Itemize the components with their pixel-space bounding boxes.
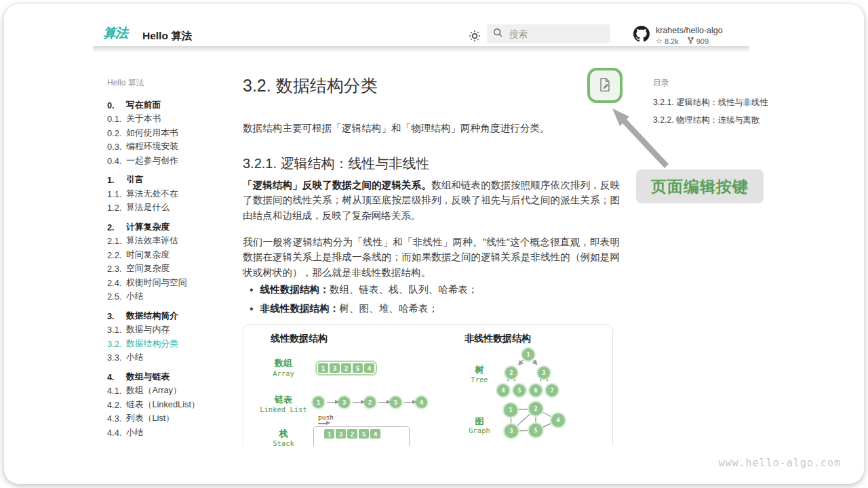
array-cell: 3 [330,363,340,373]
sidebar-item[interactable]: 1.2.算法是什么 [107,201,236,216]
tree-node: 4 [496,384,510,397]
fork-icon [687,37,694,45]
tree-node: 1 [521,348,535,361]
theme-toggle-icon[interactable] [468,29,481,43]
intro-paragraph: 数据结构主要可根据「逻辑结构」和「物理结构」两种角度进行分类。 [243,121,620,136]
sidebar-item[interactable]: 0.2.如何使用本书 [107,126,236,140]
sidebar-item[interactable]: 2.2.时间复杂度 [107,248,236,262]
search-box[interactable] [487,24,610,43]
bullet-linear: •线性数据结构：数组、链表、栈、队列、哈希表； [250,283,478,296]
search-icon [492,27,503,41]
svg-text:4: 4 [556,417,559,424]
sidebar-item[interactable]: 1.1.算法无处不在 [107,187,236,201]
edit-page-button[interactable] [587,68,623,103]
bullet-bold: 非线性数据结构： [260,302,340,315]
graph-node: 1 [503,403,518,418]
push-label: push [318,413,334,421]
sidebar-nav: 0.写在前面0.1.关于本书0.2.如何使用本书0.3.编程环境安装0.4.一起… [107,98,236,440]
search-input[interactable] [508,28,599,40]
stack-label-zh: 栈 [248,428,319,440]
sidebar-item[interactable]: 4.数组与链表 [107,370,236,384]
sidebar-item[interactable]: 0.1.关于本书 [107,113,236,127]
bullet-nonlinear: •非线性数据结构：树、图、堆、哈希表； [250,302,438,315]
site-viewport: 算法 Hello 算法 [4,4,864,446]
tree-node: 2 [505,366,518,380]
sidebar-item[interactable]: 2.计算复杂度 [107,220,236,235]
tree-node: 6 [529,384,542,397]
sidebar-item[interactable]: 0.写在前面 [107,98,236,113]
svg-text:3: 3 [542,369,545,376]
stack-cell: 4 [370,429,380,439]
logical-structure-paragraph: 「逻辑结构」反映了数据之间的逻辑关系。数组和链表的数据按照顺序依次排列，反映了数… [243,178,620,223]
sidebar-item[interactable]: 2.5.小结 [107,290,236,304]
site-title: Hello 算法 [142,29,192,43]
edit-page-icon [596,76,614,96]
tree-node: 7 [545,384,559,397]
linked-list-node: 4 [414,395,429,409]
hello-algo-logo[interactable]: 算法 [103,24,127,42]
linked-list-arrow [404,402,413,403]
sidebar-item[interactable]: 3.3.小结 [107,351,236,365]
graph-node: 4 [551,413,566,428]
fork-count: 909 [696,37,709,45]
watermark: www.hello-algo.com [718,457,841,469]
sidebar-item[interactable]: 3.2.数据结构分类 [107,337,236,351]
tree-node: 3 [537,366,551,380]
sidebar-item[interactable]: 0.4.一起参与创作 [107,154,236,168]
sidebar: Hello 算法 0.写在前面0.1.关于本书0.2.如何使用本书0.3.编程环… [107,77,236,440]
toc: 目录 3.2.1. 逻辑结构：线性与非线性3.2.2. 物理结构：连续与离散 [653,77,762,132]
github-icon [633,26,650,45]
header-shadow [93,46,749,53]
sidebar-item[interactable]: 3.数据结构简介 [107,309,236,323]
array-cell: 2 [341,363,351,373]
figure-title-linear: 线性数据结构 [271,333,328,345]
page-title: 3.2. 数据结构分类 [243,75,378,97]
star-icon: ☆ [656,37,663,45]
toc-item[interactable]: 3.2.1. 逻辑结构：线性与非线性 [653,97,762,108]
array-diagram: 13254 [315,361,377,375]
tree-edge [519,359,524,365]
stack-cell: 5 [359,429,369,439]
stack-cell: 1 [324,429,334,439]
linked-list-label-zh: 链表 [248,394,319,406]
stack-cell: 2 [347,429,357,439]
linked-list-label-en: Linked List [248,405,319,413]
toc-list: 3.2.1. 逻辑结构：线性与非线性3.2.2. 物理结构：连续与离散 [653,97,762,126]
linked-list-node: 2 [363,395,377,409]
bullet-bold: 线性数据结构： [260,283,330,296]
linked-list-node: 3 [337,395,351,409]
array-cell: 1 [318,363,328,373]
stack-diagram: 13254 [313,426,410,446]
github-repo-name: krahets/hello-algo [656,26,723,35]
svg-text:2: 2 [509,369,513,376]
sidebar-item[interactable]: 2.1.算法效率评估 [107,235,236,249]
toc-item[interactable]: 3.2.2. 物理结构：连续与离散 [653,115,762,126]
svg-text:6: 6 [534,387,537,394]
linked-list-arrow [378,402,387,403]
tree-node: 5 [513,384,526,397]
svg-text:1: 1 [526,351,530,358]
github-repo-link[interactable]: krahets/hello-algo ☆8.2k 909 [633,26,723,45]
sidebar-item[interactable]: 4.2.链表（LinkedList） [107,398,236,412]
svg-text:3: 3 [509,428,513,434]
tree-edge [532,360,536,365]
sidebar-item[interactable]: 0.3.编程环境安装 [107,140,236,155]
push-arrow [318,423,327,424]
sidebar-item[interactable]: 2.4.权衡时间与空间 [107,276,236,290]
paragraph-bold-lead: 「逻辑结构」反映了数据之间的逻辑关系。 [243,180,431,190]
sidebar-item[interactable]: 4.1.数组（Array） [107,384,236,399]
tree-graph-diagram: 123456712345 [447,344,613,446]
bullet-dot: • [250,303,254,315]
linked-list-diagram: 13254 [311,395,429,409]
bullet-text: 树、图、堆、哈希表； [339,302,438,315]
stack-label-en: Stack [248,439,319,446]
sidebar-header: Hello 算法 [107,77,236,89]
linear-nonlinear-paragraph: 我们一般将逻辑结构分为「线性」和「非线性」两种。"线性"这个概念很直观，即表明数… [243,235,620,280]
sidebar-item[interactable]: 2.3.空间复杂度 [107,262,236,277]
linked-list-arrow [327,402,336,403]
section-title: 3.2.1. 逻辑结构：线性与非线性 [243,155,430,173]
sidebar-item[interactable]: 4.4.小结 [107,426,236,440]
sidebar-item[interactable]: 1.引言 [107,174,236,188]
sidebar-item[interactable]: 3.1.数据与内存 [107,323,236,338]
sidebar-item[interactable]: 4.3.列表（List） [107,412,236,426]
